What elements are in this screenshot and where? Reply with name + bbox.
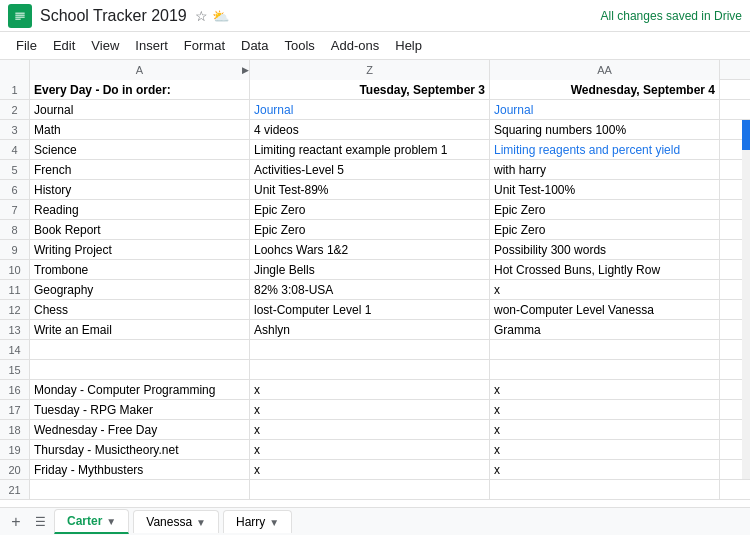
cell-aa: with harry bbox=[490, 160, 720, 179]
row-number: 17 bbox=[0, 400, 30, 419]
col-aa-header[interactable]: AA bbox=[490, 60, 720, 80]
cell-z: 82% 3:08-USA bbox=[250, 280, 490, 299]
tab-dropdown-arrow[interactable]: ▼ bbox=[269, 517, 279, 528]
table-row[interactable]: 20Friday - Mythbustersxx bbox=[0, 460, 750, 480]
scrollbar[interactable] bbox=[742, 120, 750, 479]
menu-data[interactable]: Data bbox=[233, 36, 276, 55]
cell-a[interactable]: Trombone bbox=[30, 260, 250, 279]
menu-file[interactable]: File bbox=[8, 36, 45, 55]
cell-a[interactable]: Book Report bbox=[30, 220, 250, 239]
cell-a[interactable]: Chess bbox=[30, 300, 250, 319]
cloud-icon[interactable]: ⛅ bbox=[212, 8, 229, 24]
table-row[interactable]: 3Math4 videosSquaring numbers 100% bbox=[0, 120, 750, 140]
cell-z: Limiting reactant example problem 1 bbox=[250, 140, 490, 159]
cell-a[interactable]: Thursday - Musictheory.net bbox=[30, 440, 250, 459]
cell-a[interactable]: Write an Email bbox=[30, 320, 250, 339]
sheet-tab-harry[interactable]: Harry▼ bbox=[223, 510, 292, 533]
menu-edit[interactable]: Edit bbox=[45, 36, 83, 55]
cell-a[interactable]: Reading bbox=[30, 200, 250, 219]
cell-a[interactable]: Monday - Computer Programming bbox=[30, 380, 250, 399]
row-number: 6 bbox=[0, 180, 30, 199]
sheet-list-icon[interactable]: ☰ bbox=[28, 510, 52, 534]
menu-format[interactable]: Format bbox=[176, 36, 233, 55]
svg-rect-3 bbox=[15, 16, 24, 17]
table-row[interactable]: 15 bbox=[0, 360, 750, 380]
row-number: 21 bbox=[0, 480, 30, 499]
table-row[interactable]: 6HistoryUnit Test-89%Unit Test-100% bbox=[0, 180, 750, 200]
table-row[interactable]: 8Book ReportEpic ZeroEpic Zero bbox=[0, 220, 750, 240]
cell-z: 4 videos bbox=[250, 120, 490, 139]
cell-z: Unit Test-89% bbox=[250, 180, 490, 199]
table-row[interactable]: 4ScienceLimiting reactant example proble… bbox=[0, 140, 750, 160]
cell-a[interactable]: Writing Project bbox=[30, 240, 250, 259]
menu-tools[interactable]: Tools bbox=[276, 36, 322, 55]
cell-aa: Squaring numbers 100% bbox=[490, 120, 720, 139]
cell-a[interactable]: Science bbox=[30, 140, 250, 159]
column-headers: A ▶ Z AA bbox=[0, 60, 750, 80]
table-row[interactable]: 19Thursday - Musictheory.netxx bbox=[0, 440, 750, 460]
spreadsheet: A ▶ Z AA 1Every Day - Do in order:Tuesda… bbox=[0, 60, 750, 507]
table-row[interactable]: 2JournalJournalJournal bbox=[0, 100, 750, 120]
svg-rect-2 bbox=[15, 14, 24, 15]
menu-view[interactable]: View bbox=[83, 36, 127, 55]
cell-aa bbox=[490, 360, 720, 379]
cell-a[interactable]: Math bbox=[30, 120, 250, 139]
table-row[interactable]: 18Wednesday - Free Dayxx bbox=[0, 420, 750, 440]
table-row[interactable]: 21 bbox=[0, 480, 750, 500]
table-row[interactable]: 5FrenchActivities-Level 5with harry bbox=[0, 160, 750, 180]
cell-aa bbox=[490, 340, 720, 359]
cell-aa: Wednesday, September 4 bbox=[490, 80, 720, 99]
cell-a[interactable]: Tuesday - RPG Maker bbox=[30, 400, 250, 419]
table-row[interactable]: 7ReadingEpic ZeroEpic Zero bbox=[0, 200, 750, 220]
cell-aa: Hot Crossed Buns, Lightly Row bbox=[490, 260, 720, 279]
cell-a[interactable] bbox=[30, 340, 250, 359]
table-row[interactable]: 1Every Day - Do in order:Tuesday, Septem… bbox=[0, 80, 750, 100]
tab-dropdown-arrow[interactable]: ▼ bbox=[106, 516, 116, 527]
tab-dropdown-arrow[interactable]: ▼ bbox=[196, 517, 206, 528]
cell-aa: x bbox=[490, 380, 720, 399]
cell-a[interactable]: History bbox=[30, 180, 250, 199]
cell-z bbox=[250, 340, 490, 359]
table-row[interactable]: 14 bbox=[0, 340, 750, 360]
cell-aa: x bbox=[490, 280, 720, 299]
cell-aa: Epic Zero bbox=[490, 200, 720, 219]
cell-aa bbox=[490, 480, 720, 499]
cell-a[interactable]: Every Day - Do in order: bbox=[30, 80, 250, 99]
cell-a[interactable] bbox=[30, 480, 250, 499]
cell-a[interactable]: Friday - Mythbusters bbox=[30, 460, 250, 479]
cell-a[interactable]: Geography bbox=[30, 280, 250, 299]
table-row[interactable]: 17Tuesday - RPG Makerxx bbox=[0, 400, 750, 420]
col-a-header[interactable]: A ▶ bbox=[30, 60, 250, 80]
table-row[interactable]: 9Writing ProjectLoohcs Wars 1&2Possibili… bbox=[0, 240, 750, 260]
table-row[interactable]: 12Chesslost-Computer Level 1won-Computer… bbox=[0, 300, 750, 320]
row-number: 3 bbox=[0, 120, 30, 139]
menu-help[interactable]: Help bbox=[387, 36, 430, 55]
table-row[interactable]: 10TromboneJingle BellsHot Crossed Buns, … bbox=[0, 260, 750, 280]
sheet-tab-vanessa[interactable]: Vanessa▼ bbox=[133, 510, 219, 533]
col-z-header[interactable]: Z bbox=[250, 60, 490, 80]
cell-z[interactable]: Journal bbox=[250, 100, 490, 119]
star-icon[interactable]: ☆ bbox=[195, 8, 208, 24]
row-number: 4 bbox=[0, 140, 30, 159]
add-sheet-button[interactable]: + bbox=[4, 510, 28, 534]
menu-insert[interactable]: Insert bbox=[127, 36, 176, 55]
row-number: 13 bbox=[0, 320, 30, 339]
cell-aa[interactable]: Journal bbox=[490, 100, 720, 119]
scrollbar-thumb[interactable] bbox=[742, 120, 750, 150]
menu-addons[interactable]: Add-ons bbox=[323, 36, 387, 55]
table-row[interactable]: 13Write an EmailAshlynGramma bbox=[0, 320, 750, 340]
cell-a[interactable]: Journal bbox=[30, 100, 250, 119]
cell-a[interactable]: French bbox=[30, 160, 250, 179]
col-a-arrow[interactable]: ▶ bbox=[242, 65, 249, 75]
cell-a[interactable] bbox=[30, 360, 250, 379]
svg-rect-1 bbox=[15, 12, 24, 13]
sheet-tab-carter[interactable]: Carter▼ bbox=[54, 509, 129, 534]
cell-a[interactable]: Wednesday - Free Day bbox=[30, 420, 250, 439]
cell-z: x bbox=[250, 420, 490, 439]
cell-aa[interactable]: Limiting reagents and percent yield bbox=[490, 140, 720, 159]
cell-aa: x bbox=[490, 460, 720, 479]
grid-body[interactable]: 1Every Day - Do in order:Tuesday, Septem… bbox=[0, 80, 750, 507]
cell-z: x bbox=[250, 440, 490, 459]
table-row[interactable]: 11Geography82% 3:08-USAx bbox=[0, 280, 750, 300]
table-row[interactable]: 16Monday - Computer Programmingxx bbox=[0, 380, 750, 400]
